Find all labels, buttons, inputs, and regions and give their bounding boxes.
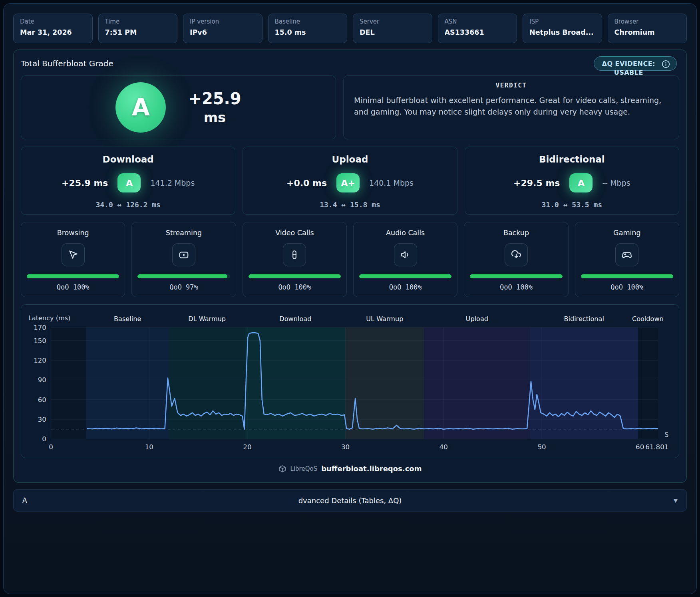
metric-card-bidirectional: Bidirectional +29.5 ms A -- Mbps 31.0 ↔ … <box>465 147 679 215</box>
svg-text:60: 60 <box>38 396 46 404</box>
qoo-card-streaming: Streaming QoO 97% <box>131 222 236 297</box>
svg-text:0: 0 <box>49 443 53 451</box>
metric-speed: 141.2 Mbps <box>150 179 195 187</box>
svg-text:20: 20 <box>243 443 251 451</box>
qoo-title: Audio Calls <box>386 229 425 237</box>
info-value: 15.0 ms <box>275 28 341 36</box>
qoo-progress-track <box>27 274 119 278</box>
qoo-title: Streaming <box>166 229 202 237</box>
qoo-progress-fill <box>137 274 227 278</box>
qoo-progress-fill <box>249 274 341 278</box>
bufferbloat-grade-panel: Total Bufferbloat Grade ΔQ EVIDENCE: USA… <box>13 50 687 483</box>
metric-speed: 140.1 Mbps <box>369 179 414 187</box>
metric-mid: +25.9 ms A 141.2 Mbps <box>29 173 227 192</box>
info-card-time: Time 7:51 PM <box>98 14 178 43</box>
svg-text:0: 0 <box>42 435 46 443</box>
svg-text:Cooldown: Cooldown <box>632 315 664 323</box>
grade-circle: A <box>115 82 166 133</box>
info-card-baseline: Baseline 15.0 ms <box>268 14 348 43</box>
qoo-progress-fill <box>27 274 119 278</box>
info-label: Time <box>105 18 171 25</box>
qoo-progress-track <box>581 274 673 278</box>
info-label: ASN <box>445 18 511 25</box>
metric-cards-row: Download +25.9 ms A 141.2 Mbps 34.0 ↔ 12… <box>21 147 679 215</box>
qoo-score: QoO 100% <box>611 283 643 291</box>
qoo-card-backup: Backup QoO 100% <box>464 222 568 297</box>
info-value: AS133661 <box>445 28 511 36</box>
dq-evidence-line1: ΔQ EVIDENCE: <box>602 60 656 68</box>
qoo-score: QoO 100% <box>389 283 422 291</box>
metric-delta: +25.9 ms <box>62 178 108 188</box>
svg-text:Baseline: Baseline <box>114 315 141 323</box>
total-delta-value: +25.9 <box>188 89 241 108</box>
info-value: DEL <box>360 28 426 36</box>
metric-grade-chip: A+ <box>336 173 360 192</box>
svg-text:Bidirectional: Bidirectional <box>564 315 604 323</box>
info-label: Baseline <box>275 18 341 25</box>
qoo-iconbox <box>172 243 195 266</box>
qoo-iconbox <box>283 243 306 266</box>
info-icon[interactable] <box>662 60 670 68</box>
qoo-progress-fill <box>470 274 562 278</box>
advanced-details-toggle[interactable]: A dvanced Details (Tables, ΔQ) ▼ <box>13 489 687 512</box>
info-card-browser: Browser Chromium <box>608 14 687 43</box>
qoo-iconbox <box>505 243 528 266</box>
metric-grade-chip: A <box>117 173 141 192</box>
info-label: ISP <box>529 18 595 25</box>
play-video-icon <box>179 250 189 260</box>
metric-speed: -- Mbps <box>602 179 630 187</box>
qoo-card-gaming: Gaming QoO 100% <box>575 222 679 297</box>
info-label: IP version <box>190 18 256 25</box>
details-label: dvanced Details (Tables, ΔQ) <box>14 496 686 505</box>
metric-title: Bidirectional <box>473 154 671 165</box>
svg-text:60: 60 <box>636 443 644 451</box>
metric-card-download: Download +25.9 ms A 141.2 Mbps 34.0 ↔ 12… <box>21 147 235 215</box>
qoo-card-browsing: Browsing QoO 100% <box>21 222 125 297</box>
info-card-server: Server DEL <box>353 14 432 43</box>
dq-evidence-text: ΔQ EVIDENCE: USABLE <box>602 57 656 77</box>
info-value: IPv6 <box>190 28 256 36</box>
qoo-score: QoO 97% <box>169 283 198 291</box>
svg-text:40: 40 <box>439 443 448 451</box>
qoo-progress-track <box>249 274 341 278</box>
metric-mid: +0.0 ms A+ 140.1 Mbps <box>251 173 449 192</box>
verdict-box: VERDICT Minimal bufferbloat with excelle… <box>343 75 679 139</box>
info-card-isp: ISP Netplus Broad... <box>523 14 602 43</box>
metric-delta: +29.5 ms <box>513 178 560 188</box>
qoo-progress-track <box>137 274 230 278</box>
qoo-score: QoO 100% <box>57 283 89 291</box>
qoo-progress-track <box>359 274 451 278</box>
qoo-title: Gaming <box>613 229 640 237</box>
chevron-down-icon[interactable]: ▼ <box>674 498 678 504</box>
total-delta: +25.9 ms <box>188 89 241 125</box>
svg-text:120: 120 <box>34 357 46 364</box>
metric-delta: +0.0 ms <box>286 178 327 188</box>
info-card-date: Date Mar 31, 2026 <box>13 14 93 43</box>
gamepad-icon <box>622 250 632 260</box>
verdict-text: Minimal bufferbloat with excellent perfo… <box>354 95 668 118</box>
metric-grade-chip: A <box>569 173 593 192</box>
grade-letter: A <box>132 94 150 121</box>
svg-text:Latency (ms): Latency (ms) <box>28 314 70 322</box>
metric-title: Download <box>29 154 227 165</box>
dq-evidence-badge[interactable]: ΔQ EVIDENCE: USABLE <box>594 56 677 71</box>
libreqos-logo-icon <box>278 465 286 473</box>
footer-site-link[interactable]: bufferbloat.libreqos.com <box>321 464 422 473</box>
metric-card-upload: Upload +0.0 ms A+ 140.1 Mbps 13.4 ↔ 15.8… <box>243 147 457 215</box>
total-delta-unit: ms <box>204 109 226 125</box>
svg-text:30: 30 <box>341 443 350 451</box>
qoo-title: Backup <box>503 229 529 237</box>
info-value: Mar 31, 2026 <box>20 28 86 36</box>
info-bar: Date Mar 31, 2026 Time 7:51 PM IP versio… <box>13 14 687 43</box>
svg-text:50: 50 <box>537 443 546 451</box>
metric-range: 34.0 ↔ 126.2 ms <box>29 200 227 209</box>
qoo-cards-row: Browsing QoO 100% Streaming <box>21 222 679 297</box>
latency-chart-panel: 0306090120150170010203040506061.801SLate… <box>21 304 679 458</box>
page-title: Total Bufferbloat Grade <box>21 56 113 68</box>
qoo-score: QoO 100% <box>278 283 311 291</box>
svg-text:Download: Download <box>279 315 311 323</box>
info-card-ip-version: IP version IPv6 <box>183 14 262 43</box>
qoo-iconbox <box>394 243 417 266</box>
metric-mid: +29.5 ms A -- Mbps <box>473 173 671 192</box>
svg-text:Upload: Upload <box>466 315 488 323</box>
